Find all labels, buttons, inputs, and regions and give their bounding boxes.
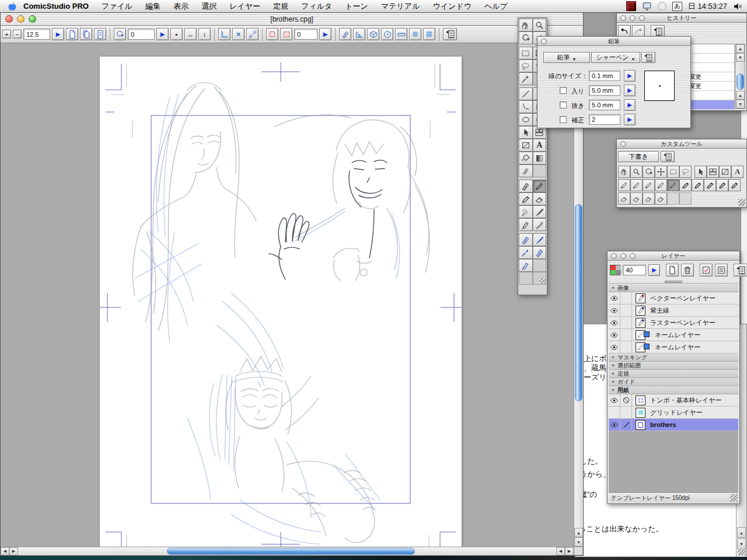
palette-title-bar[interactable]: レイヤー [608, 251, 739, 261]
duplicate-page-button[interactable] [80, 28, 92, 40]
palette-divider[interactable] [609, 279, 738, 284]
close-button[interactable] [541, 38, 547, 44]
close-button[interactable] [620, 141, 626, 147]
draw-target-cell[interactable] [620, 292, 632, 304]
dark-pencil-tool[interactable] [716, 179, 728, 191]
lock-indicator[interactable] [620, 394, 632, 407]
resize-grip[interactable] [574, 547, 583, 555]
zoom-button[interactable] [639, 15, 645, 21]
bucket-tool[interactable] [519, 152, 533, 164]
out-slider-button[interactable]: ▶ [624, 99, 636, 111]
new-layer-button[interactable] [666, 264, 679, 276]
pencil-tool[interactable] [533, 180, 547, 192]
divider-handle[interactable] [665, 281, 682, 283]
vector-knife-tool[interactable] [519, 246, 533, 259]
draw-target-cell[interactable] [620, 329, 632, 341]
eraser-tool[interactable] [630, 192, 643, 205]
size-slider-button[interactable]: ▶ [624, 70, 636, 82]
vertical-scrollbar-thumb[interactable] [575, 204, 582, 401]
palette-menu-icon[interactable] [641, 52, 655, 63]
menu-help[interactable]: ヘルプ [484, 1, 508, 12]
zoom-tool[interactable] [533, 19, 547, 32]
vector-pen-tool[interactable] [519, 233, 533, 246]
eraser-tool[interactable] [533, 192, 547, 205]
menu-filter[interactable]: フィルタ [301, 1, 332, 12]
visibility-toggle[interactable] [609, 419, 620, 431]
eraser-tool[interactable] [643, 192, 655, 205]
tone-apply-button[interactable]: ▶ [319, 28, 331, 40]
input-mode-indicator[interactable]: あ [672, 2, 682, 11]
zoom-button[interactable] [630, 253, 636, 259]
layers-palette[interactable]: レイヤー 40 ▶ ▼画像 ベクターペンレイヤー [607, 251, 740, 504]
pencil-palette[interactable]: 鉛筆 鉛筆▼ シャーペン▼ 線のサイズ： 0.1 mm ▶ 入り 5.0 mm … [537, 36, 691, 128]
rotate-view-button[interactable] [114, 28, 126, 40]
resize-grip[interactable] [730, 494, 738, 502]
menu-window[interactable]: ウインドウ [432, 1, 472, 12]
subtool-dropdown[interactable]: シャーペン▼ [591, 52, 640, 63]
size-field[interactable]: 0.1 mm [589, 71, 620, 81]
scroll-right-arrow[interactable]: ▶ [9, 547, 18, 555]
frame-dashed-toggle-button[interactable] [280, 28, 292, 40]
balloon-tool[interactable] [719, 166, 731, 178]
visibility-toggle[interactable] [609, 317, 620, 329]
visibility-toggle[interactable] [609, 394, 620, 407]
layer-section-guide[interactable]: ▼ガイド [609, 378, 738, 386]
crayon-tool[interactable] [519, 192, 533, 205]
in-slider-button[interactable]: ▶ [624, 85, 636, 96]
visibility-toggle[interactable] [609, 329, 620, 341]
rotate-view-tool[interactable] [519, 32, 533, 44]
horizontal-scrollbar[interactable]: ◀ ▶ ◀ ▶ [1, 547, 575, 555]
close-button[interactable] [5, 15, 13, 23]
close-button[interactable] [611, 253, 617, 259]
window-title-bar[interactable]: [brothers.cpg] [1, 13, 583, 26]
history-scrollbar[interactable]: ▲ ▼ ▲ ▼ [735, 44, 745, 109]
hand-tool[interactable] [519, 19, 533, 32]
scroll-down-arrow[interactable]: ▼ [736, 100, 745, 108]
marquee-tool[interactable] [519, 47, 533, 60]
layer-section-selection[interactable]: ▼選択範囲 [609, 362, 738, 370]
menu-edit[interactable]: 編集 [145, 1, 160, 12]
palette-title-bar[interactable]: 鉛筆 [537, 37, 690, 46]
curve-tool[interactable] [519, 100, 533, 113]
text-tool[interactable]: A [731, 166, 743, 178]
zoom-value-field[interactable]: 12.5 [23, 29, 50, 40]
pattern-brush-tool[interactable] [533, 218, 547, 231]
draw-target-cell[interactable] [620, 317, 632, 329]
visibility-toggle[interactable] [609, 341, 620, 354]
rotation-apply-button[interactable]: ▶ [156, 28, 169, 40]
palette-title-bar[interactable]: カスタムツール [617, 139, 746, 149]
menu-view[interactable]: 表示 [173, 1, 189, 12]
speaker-icon[interactable] [733, 2, 742, 11]
frame-toggle-button[interactable] [266, 28, 278, 40]
zoom-in-button[interactable]: + [2, 30, 11, 38]
select-cursor-tool[interactable] [519, 126, 533, 139]
correction-field[interactable]: 2 [589, 114, 620, 125]
brush-tool[interactable] [533, 205, 547, 218]
monitor-menu-icon[interactable] [642, 1, 652, 11]
menu-tone[interactable]: トーン [345, 1, 368, 12]
draw-target-cell[interactable] [620, 341, 632, 354]
zoom-tool[interactable] [630, 166, 643, 178]
palette-menu-icon[interactable] [443, 28, 457, 40]
menu-file[interactable]: ファイル [102, 1, 132, 12]
apple-menu-icon[interactable] [7, 1, 18, 12]
preset-dropdown[interactable]: 下書き [618, 151, 659, 162]
history-scrollbar-thumb[interactable] [736, 74, 744, 90]
snap-toggle-button[interactable] [246, 28, 259, 40]
menu-ruler[interactable]: 定規 [273, 1, 288, 12]
draw-target-cell[interactable] [620, 407, 632, 419]
visibility-toggle[interactable] [609, 304, 620, 317]
pen-mode-button[interactable] [339, 28, 351, 40]
pencil-tool-selected[interactable] [667, 179, 679, 191]
resize-grip[interactable] [738, 548, 746, 555]
vector-pen3-tool[interactable] [533, 246, 547, 259]
opacity-apply-button[interactable]: ▶ [648, 264, 660, 276]
flip-horizontal-button[interactable]: ↔ [184, 28, 197, 40]
pencil-tool[interactable] [643, 179, 655, 191]
palette-menu-icon[interactable] [661, 151, 675, 162]
rotate-view-tool[interactable] [643, 166, 655, 178]
scroll-up-arrow[interactable]: ▲ [574, 528, 583, 537]
collapse-button[interactable] [630, 15, 636, 21]
layer-section-ruler[interactable]: ▼定規 [609, 370, 738, 378]
text-tool[interactable]: A [533, 139, 547, 152]
